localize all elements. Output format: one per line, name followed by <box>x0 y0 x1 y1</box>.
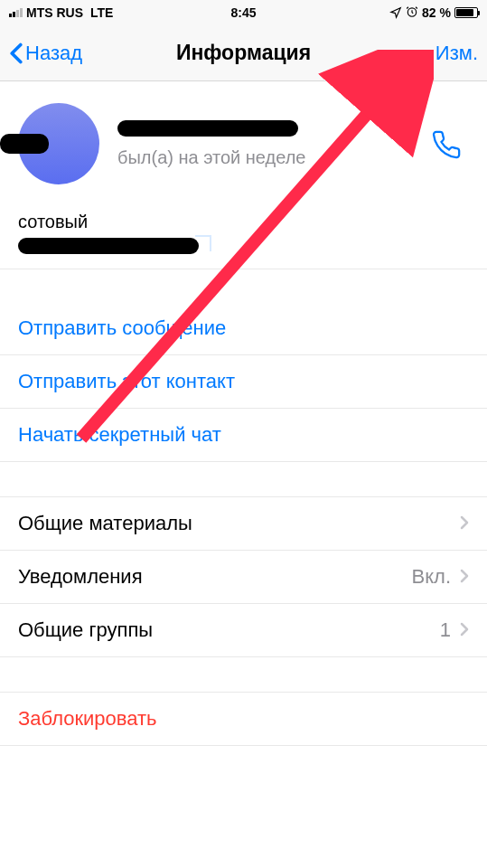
shared-media-row[interactable]: Общие материалы <box>0 497 487 550</box>
status-right: 82 % <box>389 5 478 21</box>
signal-icon <box>9 8 23 17</box>
contact-name-redacted <box>117 120 298 137</box>
location-icon <box>389 6 402 19</box>
battery-pct-label: 82 % <box>422 5 451 20</box>
common-groups-value: 1 <box>440 618 451 642</box>
chevron-right-icon <box>460 565 469 589</box>
carrier-label: MTS RUS <box>26 5 83 20</box>
block-group: Заблокировать <box>0 692 487 746</box>
common-groups-row[interactable]: Общие группы 1 <box>0 603 487 656</box>
phone-section[interactable]: сотовый <box>0 212 487 269</box>
nav-bar: Назад Информация Изм. <box>0 25 487 81</box>
chevron-left-icon <box>9 42 23 64</box>
notifications-label: Уведомления <box>18 565 412 589</box>
notifications-row[interactable]: Уведомления Вкл. <box>0 550 487 603</box>
status-left: MTS RUS LTE <box>9 5 113 20</box>
send-message-button[interactable]: Отправить сообщение <box>0 302 487 354</box>
phone-icon <box>431 129 462 160</box>
call-button[interactable] <box>431 129 462 164</box>
avatar[interactable] <box>18 103 99 184</box>
common-groups-label: Общие группы <box>18 618 440 642</box>
status-bar: MTS RUS LTE 8:45 82 % <box>0 0 487 25</box>
edit-button[interactable]: Изм. <box>435 42 478 65</box>
chevron-right-icon <box>460 618 469 642</box>
profile-info: был(а) на этой неделе <box>117 120 469 168</box>
alarm-icon <box>406 5 418 21</box>
share-contact-button[interactable]: Отправить этот контакт <box>0 354 487 408</box>
secret-chat-button[interactable]: Начать секретный чат <box>0 408 487 461</box>
last-seen-label: был(а) на этой неделе <box>117 147 469 168</box>
phone-type-label: сотовый <box>18 212 469 232</box>
back-button[interactable]: Назад <box>9 42 82 65</box>
page-title: Информация <box>176 41 311 65</box>
settings-group: Общие материалы Уведомления Вкл. Общие г… <box>0 496 487 657</box>
actions-group: Отправить сообщение Отправить этот конта… <box>0 302 487 462</box>
phone-number-redacted <box>18 238 199 254</box>
shared-media-label: Общие материалы <box>18 512 460 535</box>
block-user-button[interactable]: Заблокировать <box>0 693 487 745</box>
chevron-right-icon <box>460 512 469 535</box>
notifications-value: Вкл. <box>412 565 452 589</box>
profile-section: был(а) на этой неделе <box>0 81 487 212</box>
back-label: Назад <box>25 42 82 65</box>
battery-icon <box>454 7 478 18</box>
status-time: 8:45 <box>230 5 256 20</box>
network-label: LTE <box>90 5 113 20</box>
